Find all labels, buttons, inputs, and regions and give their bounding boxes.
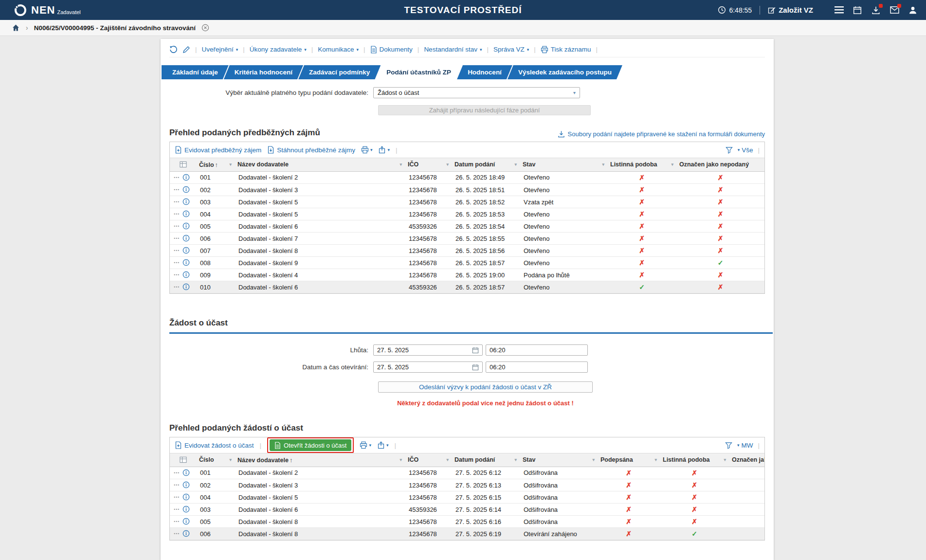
- export-grid-button[interactable]: ▾: [378, 146, 390, 154]
- history-icon[interactable]: [169, 45, 178, 54]
- opening-date-input[interactable]: 27. 5. 2025: [373, 361, 483, 373]
- column-header-cislo[interactable]: Číslo▾: [196, 453, 235, 467]
- submission-type-select[interactable]: Žádost o účast ▾: [373, 87, 580, 98]
- column-filter-icon[interactable]: ▾: [654, 457, 657, 462]
- column-filter-icon[interactable]: ▾: [514, 457, 517, 462]
- column-header-nazev[interactable]: Název dodavatele▾: [235, 158, 405, 171]
- table-row[interactable]: ●●● 005 Dodavatel - školení 8 12345678 2…: [170, 516, 764, 528]
- row-menu-icon[interactable]: ●●●: [174, 286, 180, 288]
- menu-komunikace[interactable]: Komunikace▾: [318, 46, 359, 53]
- row-menu-icon[interactable]: ●●●: [174, 188, 180, 191]
- menu-nestandardni-stav[interactable]: Nestandardní stav▾: [424, 46, 482, 53]
- column-header-listinna[interactable]: Listinná podoba▾: [660, 453, 729, 467]
- column-filter-icon[interactable]: ▾: [602, 162, 604, 167]
- deadline-date-input[interactable]: 27. 5. 2025: [373, 344, 483, 356]
- table-row[interactable]: ●●● 008 Dodavatel - školení 9 12345678 2…: [170, 257, 764, 269]
- row-menu-icon[interactable]: ●●●: [174, 532, 180, 535]
- row-menu-icon[interactable]: ●●●: [174, 273, 180, 276]
- table-row[interactable]: ●●● 001 Dodavatel - školení 2 12345678 2…: [170, 171, 764, 184]
- register-preliminary-interest-button[interactable]: Evidovat předběžný zájem: [175, 146, 261, 154]
- column-filter-icon[interactable]: ▾: [229, 457, 232, 462]
- table-row[interactable]: ●●● 003 Dodavatel - školení 5 12345678 2…: [170, 196, 764, 208]
- menu-uverejneni[interactable]: Uveřejnění▾: [202, 46, 238, 53]
- info-icon[interactable]: [182, 247, 190, 254]
- row-menu-icon[interactable]: ●●●: [174, 496, 180, 498]
- filter-icon[interactable]: [726, 146, 733, 154]
- send-invitation-button[interactable]: Odeslání výzvy k podání žádosti o účast …: [378, 381, 593, 393]
- column-header-nazev[interactable]: Název dodavatele↑▾: [235, 453, 405, 467]
- home-icon[interactable]: [12, 24, 20, 32]
- view-selector[interactable]: ▾ Vše: [738, 146, 753, 154]
- info-icon[interactable]: [182, 493, 190, 501]
- user-icon[interactable]: [908, 5, 918, 16]
- export-grid-button[interactable]: ▾: [377, 441, 389, 449]
- info-icon[interactable]: [182, 271, 190, 278]
- column-filter-icon[interactable]: ▾: [592, 457, 595, 462]
- row-menu-icon[interactable]: ●●●: [174, 237, 180, 239]
- print-grid-button[interactable]: ▾: [360, 441, 371, 449]
- column-header-cislo[interactable]: Číslo↑▾: [196, 158, 235, 171]
- row-menu-icon[interactable]: ●●●: [174, 508, 180, 510]
- nen-logo[interactable]: NEN Zadavatel: [14, 3, 81, 17]
- column-header-datum[interactable]: Datum podání▾: [452, 453, 520, 467]
- info-icon[interactable]: [182, 283, 190, 290]
- row-menu-icon[interactable]: ●●●: [174, 176, 180, 179]
- column-settings-header[interactable]: [170, 453, 196, 467]
- column-header-podepsana[interactable]: Podepsána▾: [598, 453, 660, 467]
- info-icon[interactable]: [182, 198, 190, 205]
- column-filter-icon[interactable]: ▾: [724, 457, 726, 462]
- info-icon[interactable]: [182, 481, 190, 488]
- row-menu-icon[interactable]: ●●●: [174, 200, 180, 203]
- table-row[interactable]: ●●● 007 Dodavatel - školení 8 12345678 2…: [170, 245, 764, 257]
- start-next-phase-button[interactable]: Zahájit přípravu následující fáze podání: [378, 105, 591, 115]
- info-icon[interactable]: [182, 469, 190, 476]
- table-row[interactable]: ●●● 006 Dodavatel - školení 7 12345678 2…: [170, 233, 764, 245]
- create-vz-button[interactable]: Založit VZ: [768, 6, 813, 14]
- open-participation-requests-button[interactable]: Otevřít žádosti o účast: [270, 439, 351, 451]
- menu-sprava-vz[interactable]: Správa VZ▾: [493, 46, 529, 53]
- menu-icon[interactable]: [834, 5, 844, 16]
- close-record-icon[interactable]: [201, 24, 209, 32]
- column-filter-icon[interactable]: ▾: [446, 457, 449, 462]
- print-grid-button[interactable]: ▾: [361, 146, 373, 154]
- info-icon[interactable]: [182, 222, 190, 230]
- table-row[interactable]: ●●● 004 Dodavatel - školení 5 12345678 2…: [170, 208, 764, 220]
- tab-hodnoceni[interactable]: Hodnocení: [457, 65, 512, 79]
- info-icon[interactable]: [182, 210, 190, 217]
- view-selector[interactable]: ▾ MW: [737, 442, 753, 449]
- column-filter-icon[interactable]: ▾: [446, 162, 449, 167]
- submission-files-link[interactable]: Soubory podání najdete připravené ke sta…: [558, 130, 765, 138]
- opening-time-input[interactable]: 06:20: [486, 361, 588, 373]
- column-header-stav[interactable]: Stav▾: [520, 453, 598, 467]
- info-icon[interactable]: [182, 235, 190, 242]
- info-icon[interactable]: [182, 186, 190, 193]
- table-row[interactable]: ●●● 005 Dodavatel - školení 6 45359326 2…: [170, 220, 764, 233]
- download-preliminary-interests-button[interactable]: Stáhnout předběžné zájmy: [267, 146, 355, 154]
- column-filter-icon[interactable]: ▾: [671, 162, 673, 167]
- table-row[interactable]: ●●● 003 Dodavatel - školení 6 45359326 2…: [170, 504, 764, 516]
- column-header-stav[interactable]: Stav▾: [520, 158, 607, 171]
- tab-zakladni-udaje[interactable]: Základní údaje: [162, 65, 229, 79]
- table-row[interactable]: ●●● 002 Dodavatel - školení 3 12345678 2…: [170, 479, 764, 491]
- column-header-datum[interactable]: Datum podání▾: [452, 158, 520, 171]
- table-row[interactable]: ●●● 010 Dodavatel - školení 6 45359326 2…: [170, 281, 764, 293]
- column-filter-icon[interactable]: ▾: [229, 162, 232, 167]
- downloads-icon[interactable]: [871, 5, 881, 16]
- table-row[interactable]: ●●● 002 Dodavatel - školení 3 12345678 2…: [170, 184, 764, 196]
- column-header-listinna[interactable]: Listinná podoba▾: [607, 158, 676, 171]
- menu-tisk-zaznamu[interactable]: Tisk záznamu: [541, 46, 591, 54]
- deadline-time-input[interactable]: 06:20: [486, 344, 588, 356]
- tab-vysledek-zadavaciho-postupu[interactable]: Výsledek zadávacího postupu: [508, 65, 622, 79]
- row-menu-icon[interactable]: ●●●: [174, 213, 180, 215]
- info-icon[interactable]: [182, 259, 190, 266]
- row-menu-icon[interactable]: ●●●: [174, 471, 180, 474]
- column-filter-icon[interactable]: ▾: [514, 162, 517, 167]
- column-header-nepodany[interactable]: Označen jako nepodaný: [729, 453, 764, 467]
- calendar-icon[interactable]: [852, 5, 863, 16]
- tab-zadavaci-podminky[interactable]: Zadávací podmínky: [298, 65, 381, 79]
- tab-kriteria-hodnoceni[interactable]: Kritéria hodnocení: [224, 65, 303, 79]
- row-menu-icon[interactable]: ●●●: [174, 484, 180, 486]
- column-header-ico[interactable]: IČO▾: [405, 158, 452, 171]
- info-icon[interactable]: [182, 174, 190, 181]
- column-filter-icon[interactable]: ▾: [399, 457, 402, 462]
